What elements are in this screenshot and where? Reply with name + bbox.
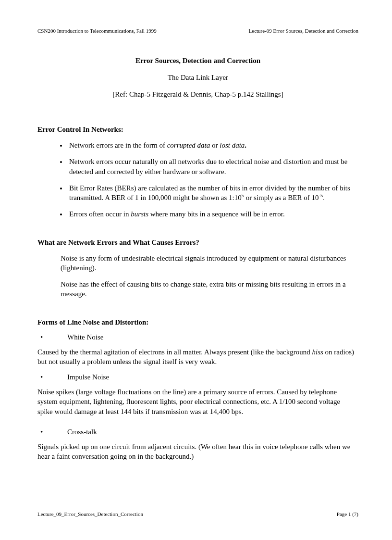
noise-type-label: White Noise: [67, 333, 103, 341]
bullet-icon: •: [37, 428, 67, 436]
footer-right: Page 1 (7): [337, 511, 358, 517]
text: .: [323, 194, 325, 201]
paragraph: Signals picked up on one circuit from ad…: [37, 442, 358, 462]
text: Network errors occur naturally on all ne…: [69, 158, 347, 175]
superscript: -5: [318, 193, 323, 198]
list-item: Bit Error Rates (BERs) are calculated as…: [67, 183, 358, 203]
footer-left: Lecture_09_Error_Sources_Detection_Corre…: [37, 511, 143, 517]
list-item: Errors often occur in bursts where many …: [67, 209, 358, 219]
section-heading-line-noise: Forms of Line Noise and Distortion:: [37, 318, 358, 327]
text-italic: lost data: [220, 141, 245, 149]
text-bold: .: [245, 141, 246, 149]
bullet-icon: •: [37, 373, 67, 381]
text: Caused by the thermal agitation of elect…: [37, 348, 312, 356]
text-italic: corrupted data: [167, 141, 210, 149]
reference-line: [Ref: Chap-5 Fitzgerald & Dennis, Chap-5…: [37, 90, 358, 99]
page-header: CSN200 Introduction to Telecommunication…: [37, 28, 358, 34]
noise-type-label: Impulse Noise: [67, 373, 109, 381]
text: or: [210, 141, 220, 149]
text-italic: bursts: [131, 210, 148, 218]
text: where many bits in a sequence will be in…: [148, 210, 285, 218]
bullet-icon: •: [37, 333, 67, 341]
paragraph: Noise has the effect of causing bits to …: [61, 279, 358, 299]
noise-type-row: •White Noise: [37, 333, 358, 341]
noise-type-row: •Cross-talk: [37, 428, 358, 436]
text: or simply as a BER of 10: [244, 194, 318, 201]
page-footer: Lecture_09_Error_Sources_Detection_Corre…: [37, 511, 358, 517]
section-heading-error-control: Error Control In Networks:: [37, 126, 358, 134]
header-left: CSN200 Introduction to Telecommunication…: [37, 28, 157, 34]
document-subtitle: The Data Link Layer: [37, 74, 358, 82]
list-item: Network errors occur naturally on all ne…: [67, 157, 358, 176]
text-italic: hiss: [312, 348, 323, 356]
noise-type-label: Cross-talk: [67, 428, 97, 436]
noise-type-row: •Impulse Noise: [37, 373, 358, 381]
text: Errors often occur in: [69, 210, 131, 218]
list-item: Network errors are in the form of corrup…: [67, 140, 358, 150]
header-right: Lecture-09 Error Sources, Detection and …: [249, 28, 358, 34]
bullet-list: Network errors are in the form of corrup…: [67, 140, 358, 219]
text: Network errors are in the form of: [69, 141, 167, 149]
paragraph: Noise is any form of undesirable electri…: [61, 253, 358, 273]
document-title: Error Sources, Detection and Correction: [37, 57, 358, 65]
page: CSN200 Introduction to Telecommunication…: [0, 0, 392, 540]
paragraph: Noise spikes (large voltage fluctuations…: [37, 387, 358, 416]
section-heading-network-errors: What are Network Errors and What Causes …: [37, 239, 358, 247]
paragraph: Caused by the thermal agitation of elect…: [37, 347, 358, 367]
